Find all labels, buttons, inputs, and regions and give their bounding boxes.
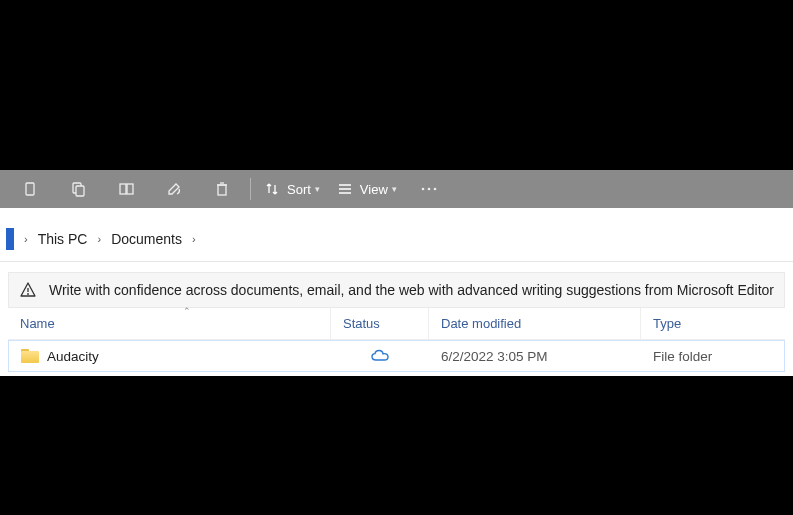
folder-icon — [21, 349, 39, 363]
column-header-name[interactable]: Name — [8, 308, 330, 339]
view-icon — [336, 180, 354, 198]
cloud-icon — [370, 349, 390, 363]
banner-text: Write with confidence across documents, … — [49, 282, 774, 298]
more-button[interactable] — [417, 177, 441, 201]
svg-rect-5 — [218, 185, 226, 195]
chevron-right-icon: › — [97, 233, 101, 245]
breadcrumb[interactable]: › This PC › Documents › — [0, 216, 793, 262]
svg-point-12 — [427, 188, 430, 191]
copy-button[interactable] — [66, 177, 90, 201]
svg-rect-4 — [127, 184, 133, 194]
column-header-status[interactable]: Status — [330, 308, 428, 339]
svg-point-15 — [27, 293, 29, 295]
rename-button[interactable] — [162, 177, 186, 201]
editor-banner[interactable]: Write with confidence across documents, … — [8, 272, 785, 308]
delete-button[interactable] — [210, 177, 234, 201]
sort-button[interactable]: Sort ▾ — [263, 180, 320, 198]
paste-button[interactable] — [114, 177, 138, 201]
chevron-right-icon: › — [192, 233, 196, 245]
chevron-down-icon: ▾ — [315, 184, 320, 194]
more-icon — [420, 181, 438, 197]
rename-icon — [166, 181, 182, 197]
explorer-window: Sort ▾ View ▾ › This PC › Documents › Wr… — [0, 170, 793, 376]
file-name: Audacity — [47, 349, 99, 364]
svg-rect-0 — [26, 183, 34, 195]
column-header-row: ⌃ Name Status Date modified Type — [8, 308, 785, 340]
location-icon — [6, 228, 14, 250]
view-label: View — [360, 182, 388, 197]
column-header-date[interactable]: Date modified — [428, 308, 640, 339]
file-date: 6/2/2022 3:05 PM — [441, 349, 548, 364]
chevron-right-icon: › — [24, 233, 28, 245]
cut-button[interactable] — [18, 177, 42, 201]
breadcrumb-item[interactable]: This PC — [36, 229, 90, 249]
sort-icon — [263, 180, 281, 198]
sort-label: Sort — [287, 182, 311, 197]
warning-icon — [19, 281, 37, 299]
breadcrumb-item[interactable]: Documents — [109, 229, 184, 249]
view-button[interactable]: View ▾ — [336, 180, 397, 198]
svg-point-11 — [421, 188, 424, 191]
chevron-down-icon: ▾ — [392, 184, 397, 194]
command-bar: Sort ▾ View ▾ — [0, 170, 793, 208]
toolbar-separator — [250, 178, 251, 200]
file-list: ⌃ Name Status Date modified Type Audacit… — [0, 308, 793, 376]
file-type: File folder — [653, 349, 712, 364]
copy-icon — [70, 181, 86, 197]
svg-point-13 — [433, 188, 436, 191]
trash-icon — [214, 181, 230, 197]
paste-icon — [118, 181, 134, 197]
table-row[interactable]: Audacity 6/2/2022 3:05 PM File folder — [8, 340, 785, 372]
column-header-type[interactable]: Type — [640, 308, 785, 339]
cut-icon — [22, 181, 38, 197]
sort-indicator-icon: ⌃ — [183, 306, 191, 316]
svg-rect-2 — [76, 186, 84, 196]
svg-rect-3 — [120, 184, 126, 194]
